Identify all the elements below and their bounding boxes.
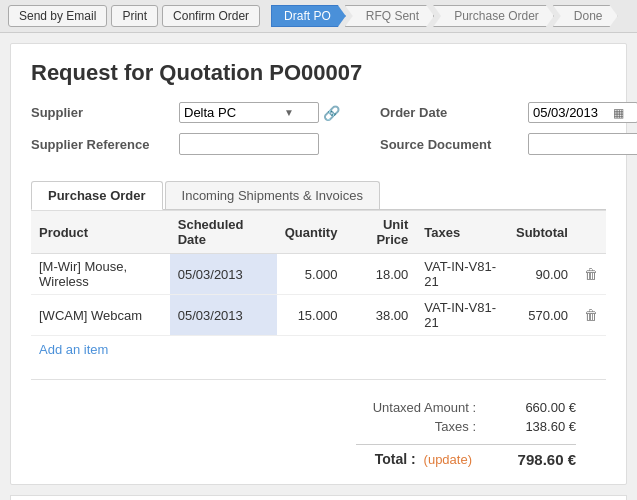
main-content: Request for Quotation PO00007 Supplier ▼…: [10, 43, 627, 485]
pipeline: Draft PO RFQ Sent Purchase Order Done: [272, 5, 617, 27]
calendar-icon[interactable]: ▦: [613, 106, 624, 120]
supplier-reference-field-group: [179, 133, 319, 155]
supplier-reference-label: Supplier Reference: [31, 137, 171, 152]
supplier-reference-input[interactable]: [179, 133, 319, 155]
add-item-link[interactable]: Add an item: [31, 336, 116, 363]
untaxed-label: Untaxed Amount :: [356, 400, 476, 415]
cell-delete-1[interactable]: 🗑: [576, 295, 606, 336]
cell-subtotal-1: 570.00: [508, 295, 576, 336]
col-actions: [576, 211, 606, 254]
order-date-label: Order Date: [380, 105, 520, 120]
order-date-input[interactable]: [533, 105, 613, 120]
delete-icon-1[interactable]: 🗑: [584, 307, 598, 323]
print-button[interactable]: Print: [111, 5, 158, 27]
table-header-row: Product Scheduled Date Quantity Unit Pri…: [31, 211, 606, 254]
supplier-row: Supplier ▼ 🔗: [31, 102, 340, 123]
total-final-row: Total : (update) 798.60 €: [356, 444, 576, 468]
page-title: Request for Quotation PO00007: [31, 60, 606, 86]
tabs: Purchase Order Incoming Shipments & Invo…: [31, 181, 606, 210]
order-date-row: Order Date ▦: [380, 102, 637, 123]
taxes-label: Taxes :: [356, 419, 476, 434]
cell-subtotal-0: 90.00: [508, 254, 576, 295]
cell-qty-0: 5.000: [277, 254, 346, 295]
pipeline-step-draft-po[interactable]: Draft PO: [271, 5, 346, 27]
cell-taxes-0: VAT-IN-V81-21: [416, 254, 508, 295]
col-scheduled-date: Scheduled Date: [170, 211, 277, 254]
cell-product-0: [M-Wir] Mouse, Wireless: [31, 254, 170, 295]
table-row: [WCAM] Webcam 05/03/2013 15.000 38.00 VA…: [31, 295, 606, 336]
pipeline-step-rfq-sent[interactable]: RFQ Sent: [345, 5, 434, 27]
supplier-external-link-icon[interactable]: 🔗: [323, 105, 340, 121]
cell-price-1: 38.00: [345, 295, 416, 336]
tab-incoming-shipments[interactable]: Incoming Shipments & Invoices: [165, 181, 380, 209]
cell-delete-0[interactable]: 🗑: [576, 254, 606, 295]
untaxed-value: 660.00 €: [496, 400, 576, 415]
toolbar: Send by Email Print Confirm Order Draft …: [0, 0, 637, 33]
supplier-input[interactable]: [184, 105, 284, 120]
pipeline-step-done[interactable]: Done: [553, 5, 618, 27]
taxes-value: 138.60 €: [496, 419, 576, 434]
table-row: [M-Wir] Mouse, Wireless 05/03/2013 5.000…: [31, 254, 606, 295]
source-document-input[interactable]: [528, 133, 637, 155]
confirm-order-button[interactable]: Confirm Order: [162, 5, 260, 27]
total-value: 798.60 €: [496, 451, 576, 468]
order-date-field[interactable]: ▦: [528, 102, 637, 123]
untaxed-amount-row: Untaxed Amount : 660.00 €: [356, 400, 576, 415]
col-quantity: Quantity: [277, 211, 346, 254]
supplier-select[interactable]: ▼: [179, 102, 319, 123]
supplier-label: Supplier: [31, 105, 171, 120]
cell-date-1: 05/03/2013: [170, 295, 277, 336]
supplier-dropdown-icon[interactable]: ▼: [284, 107, 294, 118]
pipeline-step-purchase-order[interactable]: Purchase Order: [433, 5, 554, 27]
cell-product-1: [WCAM] Webcam: [31, 295, 170, 336]
col-unit-price: Unit Price: [345, 211, 416, 254]
source-document-row: Source Document: [380, 133, 637, 155]
tab-purchase-order[interactable]: Purchase Order: [31, 181, 163, 210]
cell-qty-1: 15.000: [277, 295, 346, 336]
supplier-field-group: ▼ 🔗: [179, 102, 340, 123]
col-product: Product: [31, 211, 170, 254]
col-taxes: Taxes: [416, 211, 508, 254]
supplier-reference-row: Supplier Reference: [31, 133, 340, 155]
taxes-row: Taxes : 138.60 €: [356, 419, 576, 434]
total-label: Total : (update): [356, 451, 476, 468]
divider: [31, 379, 606, 380]
cell-price-0: 18.00: [345, 254, 416, 295]
order-table: Product Scheduled Date Quantity Unit Pri…: [31, 210, 606, 336]
source-document-label: Source Document: [380, 137, 520, 152]
send-email-button[interactable]: Send by Email: [8, 5, 107, 27]
update-link[interactable]: (update): [424, 452, 472, 467]
delete-icon-0[interactable]: 🗑: [584, 266, 598, 282]
note-area: Please deliver using UPS Express, not DH…: [10, 495, 627, 500]
col-subtotal: Subtotal: [508, 211, 576, 254]
totals-section: Untaxed Amount : 660.00 € Taxes : 138.60…: [31, 400, 606, 468]
cell-taxes-1: VAT-IN-V81-21: [416, 295, 508, 336]
cell-date-0: 05/03/2013: [170, 254, 277, 295]
